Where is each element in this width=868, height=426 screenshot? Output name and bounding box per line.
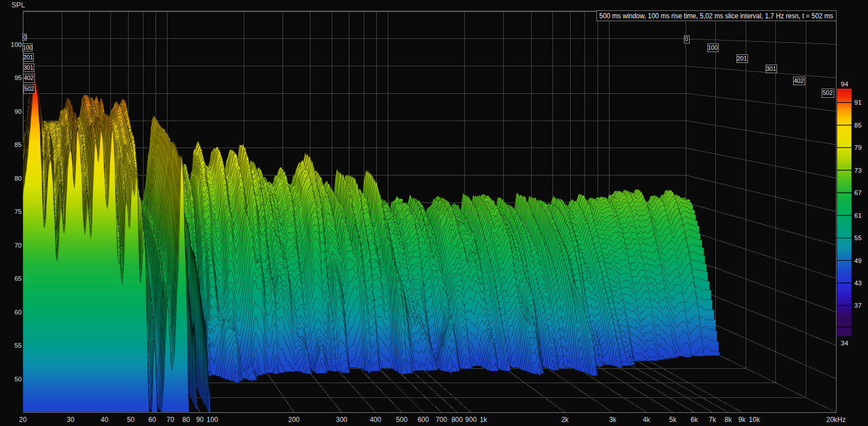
svg-text:90: 90 <box>14 108 22 115</box>
svg-text:100: 100 <box>708 44 718 51</box>
svg-text:50: 50 <box>127 416 135 424</box>
svg-text:301: 301 <box>23 64 34 71</box>
svg-text:800: 800 <box>451 416 463 424</box>
svg-text:94: 94 <box>841 81 849 87</box>
svg-text:200: 200 <box>288 416 300 424</box>
svg-text:100: 100 <box>11 41 22 48</box>
svg-text:70: 70 <box>14 242 22 249</box>
svg-text:60: 60 <box>149 416 157 424</box>
svg-text:502: 502 <box>823 89 833 96</box>
svg-text:300: 300 <box>336 416 347 424</box>
svg-text:600: 600 <box>417 416 429 424</box>
svg-text:20: 20 <box>19 416 27 424</box>
svg-text:402: 402 <box>794 77 804 84</box>
svg-text:79: 79 <box>854 144 862 151</box>
svg-text:50: 50 <box>14 376 22 383</box>
svg-text:37: 37 <box>854 302 862 309</box>
svg-text:80: 80 <box>182 416 190 424</box>
svg-text:3k: 3k <box>609 416 617 424</box>
svg-text:67: 67 <box>854 189 862 196</box>
svg-text:55: 55 <box>14 342 22 349</box>
svg-text:700: 700 <box>436 416 447 424</box>
svg-text:6k: 6k <box>691 416 699 424</box>
svg-text:502: 502 <box>24 85 34 92</box>
svg-text:5k: 5k <box>669 416 677 424</box>
svg-text:100: 100 <box>22 44 33 51</box>
svg-text:60: 60 <box>14 309 22 316</box>
svg-text:20kHz: 20kHz <box>826 416 846 424</box>
svg-text:9k: 9k <box>738 416 746 424</box>
svg-text:SPL: SPL <box>11 1 25 9</box>
svg-text:900: 900 <box>465 416 477 424</box>
svg-text:2k: 2k <box>562 416 570 424</box>
svg-text:10k: 10k <box>749 416 761 424</box>
svg-text:61: 61 <box>854 212 862 219</box>
svg-text:0: 0 <box>23 34 26 41</box>
svg-text:90: 90 <box>196 416 204 424</box>
svg-text:70: 70 <box>166 416 174 424</box>
svg-text:1k: 1k <box>480 416 488 424</box>
svg-text:4k: 4k <box>643 416 651 424</box>
svg-text:65: 65 <box>14 275 22 282</box>
svg-text:91: 91 <box>854 99 862 106</box>
svg-text:7k: 7k <box>709 416 717 424</box>
svg-text:201: 201 <box>737 55 747 62</box>
svg-text:55: 55 <box>854 234 862 241</box>
svg-text:30: 30 <box>67 416 75 424</box>
svg-text:49: 49 <box>854 257 862 264</box>
svg-text:95: 95 <box>14 74 22 81</box>
svg-text:500 ms window, 100 ms rise tim: 500 ms window, 100 ms rise time, 5,02 ms… <box>599 12 833 20</box>
svg-text:40: 40 <box>101 416 109 424</box>
svg-text:43: 43 <box>854 280 862 286</box>
svg-text:0: 0 <box>685 36 688 42</box>
svg-text:402: 402 <box>23 74 34 81</box>
svg-text:500: 500 <box>396 416 408 424</box>
svg-text:75: 75 <box>14 208 22 215</box>
svg-text:80: 80 <box>14 175 22 182</box>
svg-text:85: 85 <box>854 122 862 129</box>
svg-text:85: 85 <box>14 141 22 148</box>
svg-text:73: 73 <box>854 167 862 174</box>
svg-text:100: 100 <box>206 416 218 424</box>
svg-text:201: 201 <box>23 54 33 61</box>
svg-text:400: 400 <box>370 416 381 424</box>
svg-text:34: 34 <box>841 340 849 347</box>
svg-text:301: 301 <box>766 65 777 72</box>
svg-text:8k: 8k <box>724 416 732 424</box>
